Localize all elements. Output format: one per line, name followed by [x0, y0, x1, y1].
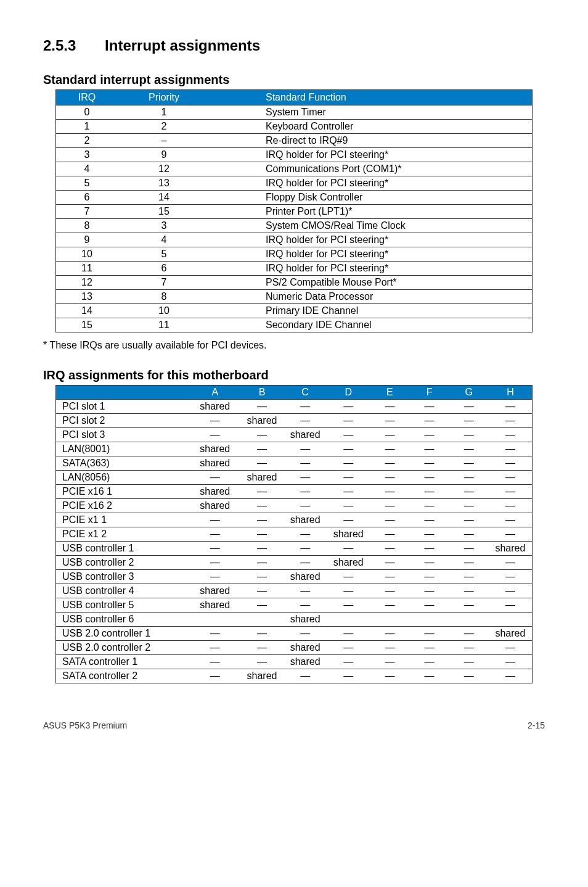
table-cell: Primary IDE Channel	[210, 304, 533, 318]
table-cell: shared	[240, 414, 284, 428]
table-cell: 12	[118, 162, 210, 176]
th-blank	[56, 386, 190, 400]
table-cell: —	[327, 414, 370, 428]
page-content: 2.5.3 Interrupt assignments Standard int…	[0, 0, 588, 749]
table-row: LAN(8001)shared———————	[56, 442, 533, 456]
table-cell: —	[449, 641, 489, 655]
table-row: PCI slot 2—shared——————	[56, 414, 533, 428]
table-cell: —	[449, 542, 489, 556]
table-row: USB controller 3——shared—————	[56, 570, 533, 584]
table-cell: —	[327, 456, 370, 471]
table-cell: —	[449, 513, 489, 527]
table-cell: —	[489, 485, 533, 499]
table-cell: USB controller 4	[56, 584, 190, 598]
th-e: E	[370, 386, 409, 400]
table-cell: —	[240, 442, 284, 456]
table-cell: —	[284, 442, 327, 456]
table-cell: Keyboard Controller	[210, 120, 533, 134]
table-cell: USB 2.0 controller 1	[56, 627, 190, 641]
table-cell: —	[240, 598, 284, 613]
table-row: 01System Timer	[56, 105, 533, 120]
table-cell: USB controller 6	[56, 613, 190, 627]
table-cell: —	[409, 570, 449, 584]
table-cell: 7	[118, 276, 210, 290]
table-row: USB controller 6shared	[56, 613, 533, 627]
th-a: A	[190, 386, 240, 400]
table1-header-row: IRQ Priority Standard Function	[56, 90, 533, 105]
table-cell: —	[284, 542, 327, 556]
table-cell: —	[190, 641, 240, 655]
table-cell: PCIE x16 2	[56, 499, 190, 513]
table-cell: —	[327, 584, 370, 598]
table-cell: System CMOS/Real Time Clock	[210, 219, 533, 233]
table-cell: 1	[118, 105, 210, 120]
table-cell: —	[284, 627, 327, 641]
table-row: LAN(8056)—shared——————	[56, 471, 533, 485]
table-cell: —	[327, 428, 370, 442]
table-cell: 4	[118, 233, 210, 247]
table-cell: —	[409, 669, 449, 683]
table-row: PCIE x1 2———shared————	[56, 527, 533, 542]
table-cell: —	[284, 584, 327, 598]
table-cell: —	[284, 669, 327, 683]
table-cell: —	[190, 513, 240, 527]
table-cell: —	[489, 584, 533, 598]
table-cell: —	[240, 556, 284, 570]
table-cell: —	[489, 655, 533, 669]
table-cell: —	[489, 471, 533, 485]
table-cell: —	[327, 627, 370, 641]
table-cell: IRQ holder for PCI steering*	[210, 247, 533, 262]
table-cell: —	[370, 655, 409, 669]
table-cell: —	[449, 499, 489, 513]
table-cell: shared	[190, 456, 240, 471]
table-cell: —	[489, 442, 533, 456]
table-cell: —	[409, 527, 449, 542]
table-cell: —	[190, 428, 240, 442]
table-cell: shared	[240, 669, 284, 683]
table-cell: shared	[489, 542, 533, 556]
table-cell: —	[240, 428, 284, 442]
table-cell: —	[489, 499, 533, 513]
table-cell: 11	[56, 262, 118, 276]
table-cell: —	[449, 428, 489, 442]
table-cell: —	[240, 499, 284, 513]
table-row: 1410Primary IDE Channel	[56, 304, 533, 318]
footer-left: ASUS P5K3 Premium	[43, 720, 127, 730]
table-cell	[489, 613, 533, 627]
table-cell: —	[370, 513, 409, 527]
section-title: Interrupt assignments	[105, 37, 260, 54]
table-cell: 6	[118, 262, 210, 276]
table-cell: —	[190, 655, 240, 669]
table-cell: Numeric Data Processor	[210, 290, 533, 304]
table-row: USB controller 4shared———————	[56, 584, 533, 598]
table-row: PCIE x16 2shared———————	[56, 499, 533, 513]
table-row: 116IRQ holder for PCI steering*	[56, 262, 533, 276]
table-cell: shared	[190, 400, 240, 414]
th-b: B	[240, 386, 284, 400]
table-row: SATA controller 2—shared——————	[56, 669, 533, 683]
table-cell: —	[409, 456, 449, 471]
table2-heading: IRQ assignments for this motherboard	[43, 368, 545, 382]
table-cell: PCI slot 2	[56, 414, 190, 428]
table-row: 513IRQ holder for PCI steering*	[56, 176, 533, 191]
th-priority: Priority	[118, 90, 210, 105]
table-cell: —	[489, 570, 533, 584]
table-cell: —	[449, 556, 489, 570]
section-number: 2.5.3	[43, 37, 76, 54]
th-f: F	[409, 386, 449, 400]
table-cell: LAN(8056)	[56, 471, 190, 485]
table-cell: shared	[240, 471, 284, 485]
table-cell: —	[327, 400, 370, 414]
table-cell: shared	[190, 598, 240, 613]
table-cell: —	[327, 641, 370, 655]
table-cell	[240, 613, 284, 627]
table-cell: SATA(363)	[56, 456, 190, 471]
table-cell: —	[370, 485, 409, 499]
table-cell: 9	[118, 148, 210, 162]
table-cell: —	[327, 513, 370, 527]
table-cell: —	[370, 414, 409, 428]
table-cell: —	[370, 598, 409, 613]
table-cell: USB controller 3	[56, 570, 190, 584]
table-cell: —	[327, 499, 370, 513]
table-cell: —	[327, 655, 370, 669]
